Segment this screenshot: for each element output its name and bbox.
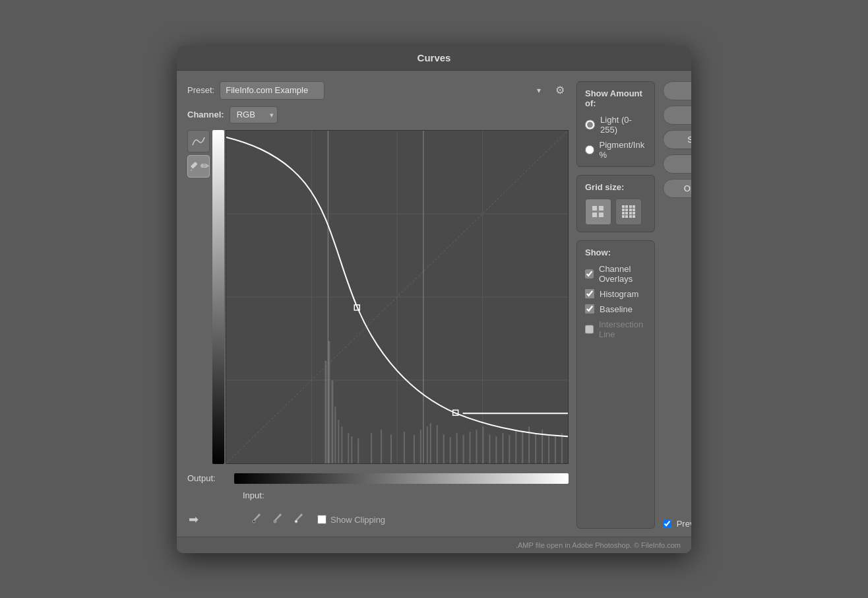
eyedropper-buttons	[250, 511, 307, 529]
baseline-label: Baseline	[600, 304, 633, 314]
curve-area: ✏	[187, 130, 569, 464]
svg-rect-29	[443, 434, 445, 463]
channel-label: Channel:	[187, 110, 224, 119]
channel-overlays-row: Channel Overlays	[585, 264, 646, 284]
baseline-checkbox[interactable]	[585, 304, 594, 314]
tool-buttons: ✏	[187, 130, 210, 464]
pencil-tool-button[interactable]: ✏	[187, 155, 210, 178]
svg-rect-22	[390, 434, 392, 463]
svg-rect-46	[555, 436, 556, 463]
gray-eyedropper-button[interactable]	[271, 511, 286, 529]
input-row: Input:	[187, 490, 569, 500]
footer: .AMP file open in Adobe Photoshop. © Fil…	[177, 537, 691, 553]
output-label: Output:	[187, 473, 216, 483]
intersection-line-checkbox[interactable]	[585, 325, 594, 334]
svg-point-51	[253, 520, 255, 523]
svg-rect-28	[437, 425, 438, 463]
channel-select[interactable]: RGB Red Green Blue	[230, 106, 278, 123]
svg-rect-36	[489, 434, 490, 463]
show-title: Show:	[585, 248, 646, 257]
svg-rect-11	[325, 360, 326, 463]
curve-container	[212, 130, 569, 464]
show-section: Show: Channel Overlays Histogram Baselin…	[576, 240, 655, 529]
preset-row: Preset: FileInfo.com Example ⚙	[187, 81, 569, 100]
svg-rect-34	[476, 430, 478, 463]
svg-rect-31	[456, 433, 458, 463]
svg-rect-16	[341, 426, 342, 463]
channel-select-wrapper: RGB Red Green Blue	[230, 106, 278, 123]
left-panel: Preset: FileInfo.com Example ⚙ Channel: …	[187, 81, 569, 529]
svg-rect-40	[515, 430, 516, 463]
svg-rect-41	[522, 432, 523, 463]
curve-svg	[226, 131, 568, 463]
options-button[interactable]: Options...	[663, 179, 691, 198]
svg-point-52	[274, 520, 276, 523]
input-label: Input:	[243, 490, 264, 500]
black-eyedropper-button[interactable]	[250, 511, 264, 529]
fine-grid-icon	[622, 205, 635, 218]
histogram-checkbox[interactable]	[585, 289, 594, 298]
output-row: Output:	[187, 473, 569, 484]
target-button[interactable]: ➡	[187, 511, 200, 528]
svg-rect-26	[427, 426, 428, 463]
pigment-label: Pigment/Ink %	[600, 140, 646, 160]
smooth-button[interactable]: Smooth	[663, 130, 691, 149]
channel-row: Channel: RGB Red Green Blue	[187, 106, 569, 123]
svg-rect-19	[357, 438, 359, 463]
svg-rect-43	[535, 433, 536, 463]
pigment-radio-row: Pigment/Ink %	[585, 140, 646, 160]
vertical-gradient	[212, 130, 224, 464]
show-amount-title: Show Amount of:	[585, 88, 646, 108]
gear-button[interactable]: ⚙	[551, 83, 569, 98]
preview-label: Preview	[677, 519, 691, 529]
svg-rect-15	[338, 420, 339, 463]
grid-size-coarse-button[interactable]	[585, 199, 611, 225]
curves-dialog: Curves Preset: FileInfo.com Example ⚙ Ch…	[177, 46, 691, 553]
histogram-label: Histogram	[600, 289, 638, 299]
svg-rect-38	[502, 433, 503, 463]
svg-point-53	[295, 520, 297, 523]
curve-tool-button[interactable]	[187, 130, 210, 152]
curve-graph[interactable]	[226, 130, 569, 464]
svg-rect-47	[561, 433, 563, 463]
svg-rect-27	[430, 423, 431, 463]
white-eyedropper-button[interactable]	[292, 511, 307, 529]
svg-rect-45	[548, 434, 549, 463]
grid-size-title: Grid size:	[585, 182, 646, 192]
dialog-title: Curves	[418, 52, 451, 63]
channel-overlays-checkbox[interactable]	[585, 269, 594, 279]
svg-rect-12	[328, 341, 330, 463]
svg-rect-0	[190, 162, 197, 169]
show-clipping-label: Show Clipping	[330, 515, 385, 525]
show-clipping-checkbox[interactable]	[317, 515, 326, 524]
grid-size-fine-button[interactable]	[615, 199, 642, 225]
svg-rect-18	[351, 436, 352, 463]
svg-rect-20	[371, 433, 372, 463]
grid-size-buttons	[585, 199, 646, 225]
action-buttons: OK Reset Smooth Auto Options... Preview	[663, 81, 691, 529]
svg-rect-21	[381, 430, 382, 463]
intersection-line-row: Intersection Line	[585, 319, 646, 339]
footer-text: .AMP file open in Adobe Photoshop. © Fil…	[516, 541, 681, 549]
auto-button[interactable]: Auto	[663, 154, 691, 174]
light-radio[interactable]	[585, 119, 595, 130]
coarse-grid-icon	[592, 206, 604, 218]
ok-button[interactable]: OK	[663, 81, 691, 100]
preview-checkbox[interactable]	[663, 519, 671, 528]
show-amount-section: Show Amount of: Light (0-255) Pigment/In…	[576, 81, 655, 167]
preset-select-wrapper: FileInfo.com Example	[220, 81, 546, 100]
svg-rect-32	[463, 435, 464, 463]
svg-marker-1	[191, 170, 192, 171]
output-gradient	[234, 473, 569, 484]
title-bar: Curves	[177, 46, 691, 71]
bottom-tools: ➡	[187, 511, 569, 529]
svg-rect-35	[482, 426, 483, 463]
reset-button[interactable]: Reset	[663, 106, 691, 125]
svg-rect-23	[404, 432, 405, 463]
preset-select[interactable]: FileInfo.com Example	[220, 81, 325, 100]
histogram-row: Histogram	[585, 289, 646, 299]
middle-panel: Show Amount of: Light (0-255) Pigment/In…	[576, 81, 655, 529]
svg-rect-37	[495, 436, 497, 463]
svg-rect-17	[348, 433, 349, 463]
pigment-radio[interactable]	[585, 145, 594, 155]
